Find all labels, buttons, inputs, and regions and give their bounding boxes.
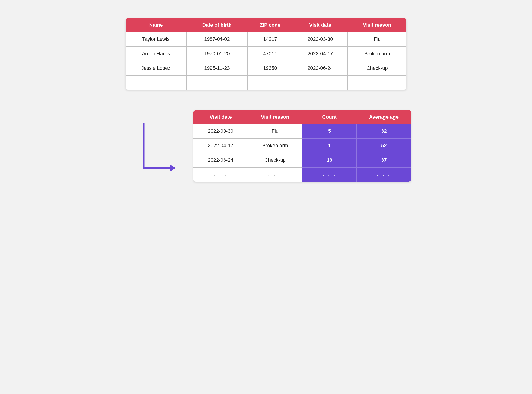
result-row: 2022-04-17 Broken arm 1 52 bbox=[194, 138, 411, 153]
cell-visit-reason: Broken arm bbox=[348, 47, 406, 61]
cell-visit-date: 2022-06-24 bbox=[194, 153, 248, 167]
cell-dob: 1970-01-20 bbox=[186, 47, 248, 61]
result-col-count: Count bbox=[302, 110, 357, 124]
source-col-zip: ZIP code bbox=[248, 18, 293, 32]
source-row: Taylor Lewis 1987-04-02 14217 2022-03-30… bbox=[126, 32, 406, 47]
cell-name: Taylor Lewis bbox=[126, 32, 186, 47]
cell-zip: 47011 bbox=[248, 47, 293, 61]
cell-visit-date: 2022-04-17 bbox=[293, 47, 348, 61]
cell-dob: 1995-11-23 bbox=[186, 61, 248, 75]
source-row: Arden Harris 1970-01-20 47011 2022-04-17… bbox=[126, 47, 406, 61]
source-col-name: Name bbox=[126, 18, 186, 32]
cell-count: 5 bbox=[302, 124, 357, 138]
result-row: 2022-06-24 Check-up 13 37 bbox=[194, 153, 411, 167]
cell-ellipsis: . . . bbox=[302, 167, 357, 181]
cell-visit-reason: Flu bbox=[248, 124, 302, 138]
cell-visit-date: 2022-04-17 bbox=[194, 138, 248, 153]
source-header-row: Name Date of birth ZIP code Visit date V… bbox=[126, 18, 406, 32]
cell-average-age: 37 bbox=[357, 153, 411, 167]
cell-ellipsis: . . . bbox=[248, 167, 302, 181]
cell-name: Jessie Lopez bbox=[126, 61, 186, 75]
cell-name: Arden Harris bbox=[126, 47, 186, 61]
result-row-ellipsis: . . . . . . . . . . . . bbox=[194, 167, 411, 181]
result-table: Visit date Visit reason Count Average ag… bbox=[194, 110, 411, 181]
cell-count: 1 bbox=[302, 138, 357, 153]
cell-average-age: 32 bbox=[357, 124, 411, 138]
cell-ellipsis: . . . bbox=[293, 75, 348, 90]
source-row-ellipsis: . . . . . . . . . . . . . . . bbox=[126, 75, 406, 90]
arrow-right-down-icon bbox=[135, 123, 184, 181]
cell-zip: 14217 bbox=[248, 32, 293, 47]
cell-count: 13 bbox=[302, 153, 357, 167]
result-col-visit-reason: Visit reason bbox=[248, 110, 302, 124]
source-col-dob: Date of birth bbox=[186, 18, 248, 32]
result-header-row: Visit date Visit reason Count Average ag… bbox=[194, 110, 411, 124]
cell-average-age: 52 bbox=[357, 138, 411, 153]
cell-dob: 1987-04-02 bbox=[186, 32, 248, 47]
result-col-visit-date: Visit date bbox=[194, 110, 248, 124]
cell-visit-reason: Broken arm bbox=[248, 138, 302, 153]
cell-visit-reason: Check-up bbox=[248, 153, 302, 167]
diagram-canvas: Name Date of birth ZIP code Visit date V… bbox=[121, 18, 411, 181]
cell-visit-date: 2022-06-24 bbox=[293, 61, 348, 75]
cell-ellipsis: . . . bbox=[126, 75, 186, 90]
transform-row: Visit date Visit reason Count Average ag… bbox=[121, 110, 411, 181]
source-table: Name Date of birth ZIP code Visit date V… bbox=[126, 18, 406, 90]
cell-ellipsis: . . . bbox=[248, 75, 293, 90]
source-col-visit-date: Visit date bbox=[293, 18, 348, 32]
cell-visit-date: 2022-03-30 bbox=[194, 124, 248, 138]
transform-arrow bbox=[135, 123, 184, 181]
source-row: Jessie Lopez 1995-11-23 19350 2022-06-24… bbox=[126, 61, 406, 75]
cell-zip: 19350 bbox=[248, 61, 293, 75]
result-row: 2022-03-30 Flu 5 32 bbox=[194, 124, 411, 138]
cell-ellipsis: . . . bbox=[348, 75, 406, 90]
cell-ellipsis: . . . bbox=[194, 167, 248, 181]
cell-visit-reason: Check-up bbox=[348, 61, 406, 75]
result-col-average-age: Average age bbox=[357, 110, 411, 124]
cell-ellipsis: . . . bbox=[357, 167, 411, 181]
source-table-card: Name Date of birth ZIP code Visit date V… bbox=[126, 18, 406, 90]
source-col-visit-reason: Visit reason bbox=[348, 18, 406, 32]
cell-visit-date: 2022-03-30 bbox=[293, 32, 348, 47]
cell-ellipsis: . . . bbox=[186, 75, 248, 90]
result-table-card: Visit date Visit reason Count Average ag… bbox=[194, 110, 411, 181]
cell-visit-reason: Flu bbox=[348, 32, 406, 47]
